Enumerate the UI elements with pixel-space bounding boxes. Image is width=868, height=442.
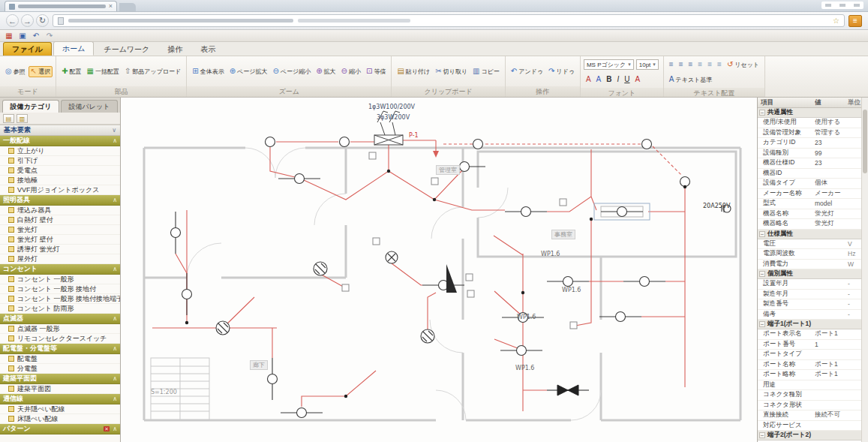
sidebar-meta-header[interactable]: 基本要素 ∨ — [0, 125, 120, 136]
select-mode-button[interactable]: ↖選択 — [29, 66, 53, 77]
property-row[interactable]: 電圧V — [758, 239, 861, 250]
property-row[interactable]: ポート名称ポート1 — [758, 360, 861, 371]
property-row[interactable]: 製造番号- — [758, 299, 861, 310]
copy-button[interactable]: ▥コピー — [470, 66, 502, 77]
sidebar-section-2[interactable]: コンセント∧ — [0, 264, 120, 275]
zoom-page-out-button[interactable]: ⊖ページ縮小 — [270, 66, 313, 77]
cut-button[interactable]: ✂切り取り — [433, 66, 470, 77]
sidebar-section-7[interactable]: パターン✕∧ — [0, 424, 120, 434]
property-row[interactable]: コネクタ形状 — [758, 401, 861, 411]
property-row[interactable]: 設備種別99 — [758, 149, 861, 159]
zoom-out-button[interactable]: ⊖縮小 — [339, 66, 363, 77]
text-anchor-button[interactable]: Aテキスト基準 — [667, 74, 714, 86]
ribbon-tab-1[interactable]: ホーム — [53, 41, 94, 56]
zoom-100-button[interactable]: ⊡等倍 — [364, 66, 388, 77]
sidebar-section-1[interactable]: 照明器具∧ — [0, 195, 120, 206]
align-right-button[interactable]: ≡ — [686, 59, 695, 70]
property-row[interactable]: ポート略称ポート1 — [758, 370, 861, 380]
forward-icon[interactable]: → — [21, 14, 34, 27]
property-row[interactable]: 消費電力W — [758, 260, 861, 270]
underline-button[interactable]: U — [622, 74, 632, 85]
sidebar-item[interactable]: 建築平面図 — [0, 384, 120, 394]
new-tab-button[interactable] — [119, 3, 136, 11]
sidebar-item[interactable]: 天井隠ぺい配線 — [0, 404, 120, 414]
collapse-all-icon[interactable]: ▥ — [17, 114, 28, 123]
zoom-fit-button[interactable]: ⊞全体表示 — [190, 66, 226, 77]
property-section-3[interactable]: −端子1(ポート1) — [758, 320, 861, 329]
sidebar-item[interactable]: 受電点 — [0, 166, 120, 176]
align-center-button[interactable]: ≡ — [677, 59, 686, 70]
sidebar-item[interactable]: 白熱灯 壁付 — [0, 215, 120, 225]
close-icon[interactable]: ✕ — [104, 426, 110, 431]
property-row[interactable]: 設備管理対象管理する — [758, 128, 861, 139]
sidebar-item[interactable]: コンセント 一般形 — [0, 275, 120, 284]
property-section-0[interactable]: −共通属性 — [758, 108, 861, 118]
ribbon-tab-2[interactable]: チームワーク — [95, 43, 158, 56]
sidebar-tab-0[interactable]: 設備カテゴリ — [2, 100, 59, 113]
font-color-button[interactable]: A — [633, 74, 643, 85]
batch-place-button[interactable]: ▦一括配置 — [85, 66, 122, 77]
sidebar-item[interactable]: 立上がり — [0, 146, 120, 156]
property-row[interactable]: 機器ID — [758, 169, 861, 179]
sidebar-item[interactable]: コンセント 防雨形 — [0, 304, 120, 314]
sidebar-item[interactable]: 引下げ — [0, 156, 120, 166]
tab-close-icon[interactable]: × — [109, 3, 113, 10]
property-section-2[interactable]: −個別属性 — [758, 269, 861, 279]
font-size-select[interactable]: 10pt▾ — [636, 59, 659, 70]
ribbon-tab-0[interactable]: ファイル — [3, 42, 52, 56]
sidebar-item[interactable]: 配電盤 — [0, 354, 120, 364]
upload-part-button[interactable]: ⇧部品アップロード — [122, 66, 183, 77]
property-row[interactable]: 使用/未使用使用する — [758, 118, 861, 128]
property-row[interactable]: 機器名称蛍光灯 — [758, 209, 861, 220]
sidebar-item[interactable]: 床隠ぺい配線 — [0, 414, 120, 424]
zoom-in-button[interactable]: ⊕拡大 — [314, 66, 338, 77]
expand-all-icon[interactable]: ▤ — [3, 114, 14, 123]
window-controls[interactable] — [821, 2, 863, 9]
sidebar-item[interactable]: 埋込み器具 — [0, 206, 120, 215]
property-row[interactable]: メーカー名称メーカー — [758, 189, 861, 200]
font-family-select[interactable]: MS Pゴシック▾ — [584, 59, 634, 70]
sidebar-item[interactable]: リモコンセレクタースイッチ — [0, 334, 120, 344]
property-row[interactable]: ポート表示名ポート1 — [758, 329, 861, 340]
sidebar-section-0[interactable]: 一般配線∧ — [0, 136, 120, 146]
sidebar-item[interactable]: 蛍光灯 壁付 — [0, 235, 120, 245]
font-shrink-button[interactable]: A — [594, 74, 604, 85]
font-grow-button[interactable]: A — [584, 74, 593, 85]
sidebar-item[interactable]: 分電盤 — [0, 364, 120, 374]
zoom-page-in-button[interactable]: ⊕ページ拡大 — [227, 66, 270, 77]
sidebar-tab-1[interactable]: 設備パレット — [61, 100, 118, 113]
property-row[interactable]: コネクタ種別 — [758, 390, 861, 401]
redo-button[interactable]: ↷ — [44, 31, 55, 41]
sidebar-item[interactable]: 接地極 — [0, 176, 120, 185]
sidebar-section-4[interactable]: 配電盤・分電盤等∧ — [0, 344, 120, 354]
property-row[interactable]: ポートタイプ — [758, 350, 861, 360]
sidebar-section-5[interactable]: 建築平面図∧ — [0, 374, 120, 384]
redo-button[interactable]: ↷リドゥ — [546, 66, 577, 77]
align-left-button[interactable]: ≡ — [667, 59, 676, 70]
align-bottom-button[interactable]: ≡ — [715, 59, 724, 70]
url-bar[interactable]: ☆ — [53, 14, 845, 27]
bookmark-star-icon[interactable]: ☆ — [833, 17, 839, 25]
property-row[interactable]: 機器仕様ID23 — [758, 158, 861, 169]
browse-mode-button[interactable]: ◎参照 — [3, 66, 28, 77]
align-top-button[interactable]: ≡ — [695, 59, 704, 70]
reset-button[interactable]: ↺リセット — [725, 59, 761, 71]
sidebar-item[interactable]: 屋外灯 — [0, 254, 120, 264]
sidebar-item[interactable]: 誘導灯 蛍光灯 — [0, 245, 120, 254]
undo-button[interactable]: ↶アンドゥ — [509, 66, 545, 77]
bold-button[interactable]: B — [604, 74, 614, 85]
sidebar-section-3[interactable]: 点滅器∧ — [0, 314, 120, 324]
italic-button[interactable]: I — [614, 74, 621, 85]
back-icon[interactable]: ← — [6, 14, 19, 27]
sidebar-item[interactable]: VVF用ジョイントボックス — [0, 185, 120, 195]
property-row[interactable]: 直接接続接続不可 — [758, 410, 861, 421]
property-row[interactable]: 設置年月- — [758, 279, 861, 290]
property-section-4[interactable]: −端子2(ポート2) — [758, 431, 861, 440]
property-section-1[interactable]: −仕様属性 — [758, 230, 861, 239]
reload-icon[interactable]: ↻ — [36, 14, 49, 27]
property-row[interactable]: 備考- — [758, 310, 861, 320]
property-row[interactable]: カテゴリID23 — [758, 138, 861, 149]
property-row[interactable]: ポート番号1 — [758, 340, 861, 350]
property-row[interactable]: 機器略名蛍光灯 — [758, 219, 861, 230]
ribbon-tab-3[interactable]: 操作 — [159, 43, 191, 56]
